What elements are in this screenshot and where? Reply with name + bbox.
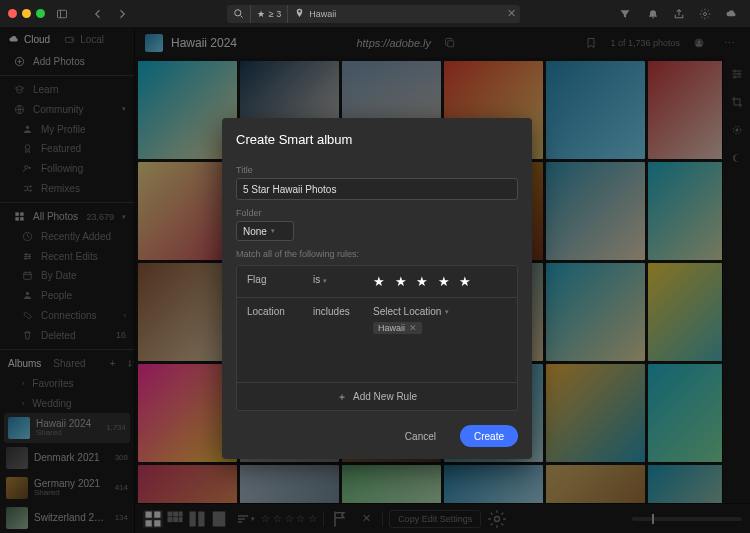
title-field-label: Title	[236, 165, 518, 175]
svg-rect-0	[58, 10, 67, 18]
window-close-icon[interactable]	[8, 9, 17, 18]
create-button[interactable]: Create	[460, 425, 518, 447]
rule-value-select[interactable]: Select Location ▾	[373, 306, 507, 317]
dialog-title: Create Smart album	[236, 132, 518, 147]
rule-subject: Flag	[247, 274, 305, 285]
album-title-input[interactable]	[236, 178, 518, 200]
window-traffic-lights	[8, 9, 45, 18]
search-bar[interactable]: ★★ ≥ 3≥ 3 Hawaii ✕	[227, 5, 520, 23]
search-filter-location-label: Hawaii	[309, 9, 336, 19]
rule-row-location: Location includes Select Location ▾ Hawa…	[237, 298, 517, 342]
rule-verb-select[interactable]: is ▾	[313, 274, 365, 285]
rules-intro-label: Match all of the following rules:	[236, 249, 518, 259]
gear-icon[interactable]	[694, 4, 716, 24]
folder-field-label: Folder	[236, 208, 518, 218]
folder-select[interactable]: None▾	[236, 221, 294, 241]
window-top-bar: ★★ ≥ 3≥ 3 Hawaii ✕	[0, 0, 750, 28]
search-filter-location[interactable]: Hawaii	[287, 5, 342, 23]
chevron-down-icon: ▾	[445, 308, 449, 316]
filter-icon[interactable]	[614, 4, 636, 24]
notifications-icon[interactable]	[642, 4, 664, 24]
rule-subject: Location	[247, 306, 305, 317]
rule-verb: includes	[313, 306, 365, 317]
rule-row-flag: Flag is ▾ ★ ★ ★ ★ ★	[237, 266, 517, 297]
share-icon[interactable]	[668, 4, 690, 24]
nav-forward-button[interactable]	[111, 4, 133, 24]
pin-icon	[294, 8, 305, 19]
svg-point-2	[234, 10, 240, 16]
nav-back-button[interactable]	[87, 4, 109, 24]
cloud-sync-icon[interactable]	[720, 4, 742, 24]
window-zoom-icon[interactable]	[36, 9, 45, 18]
search-icon-chip[interactable]	[227, 5, 250, 23]
panel-toggle-icon[interactable]	[51, 4, 73, 24]
svg-line-3	[240, 16, 242, 18]
create-smart-album-dialog: Create Smart album Title Folder None▾ Ma…	[222, 118, 532, 459]
chevron-down-icon: ▾	[271, 227, 275, 235]
window-minimize-icon[interactable]	[22, 9, 31, 18]
rule-value-stars[interactable]: ★ ★ ★ ★ ★	[373, 274, 507, 289]
search-clear-button[interactable]: ✕	[502, 5, 520, 23]
star-icon: ★	[257, 9, 265, 19]
add-rule-button[interactable]: ＋Add New Rule	[237, 382, 517, 410]
cancel-button[interactable]: Cancel	[391, 425, 450, 447]
svg-point-4	[704, 12, 707, 15]
location-tag: Hawaii✕	[373, 322, 422, 334]
plus-icon: ＋	[337, 390, 347, 404]
search-filter-rating[interactable]: ★★ ≥ 3≥ 3	[250, 5, 287, 23]
chevron-down-icon: ▾	[323, 277, 327, 284]
remove-tag-button[interactable]: ✕	[409, 323, 417, 333]
search-input[interactable]	[342, 5, 502, 23]
rules-list: Flag is ▾ ★ ★ ★ ★ ★ Location includes Se…	[236, 265, 518, 411]
